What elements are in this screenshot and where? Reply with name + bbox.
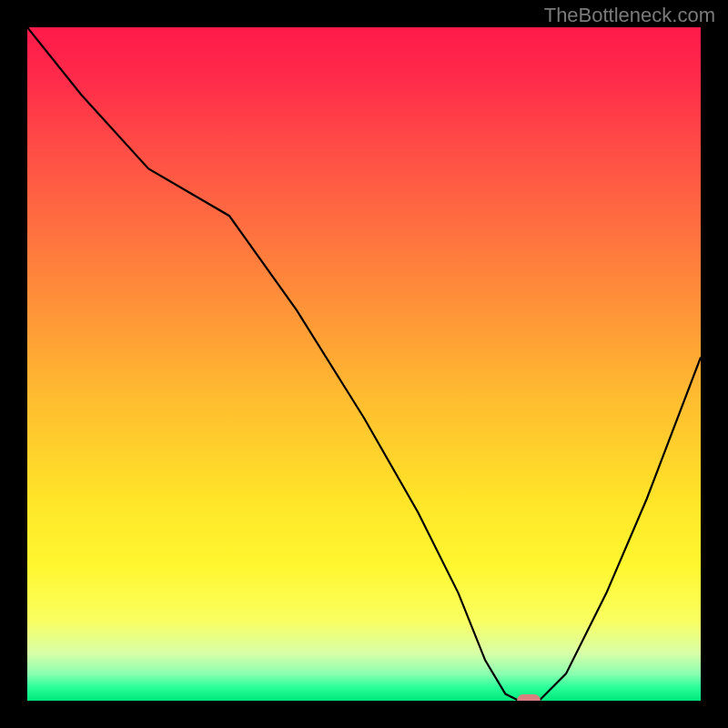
chart-marker: [517, 694, 541, 701]
chart-curve-line: [27, 27, 701, 701]
chart-plot-area: [27, 27, 701, 701]
chart-curve-svg: [27, 27, 701, 701]
watermark-text: TheBottleneck.com: [544, 4, 715, 27]
